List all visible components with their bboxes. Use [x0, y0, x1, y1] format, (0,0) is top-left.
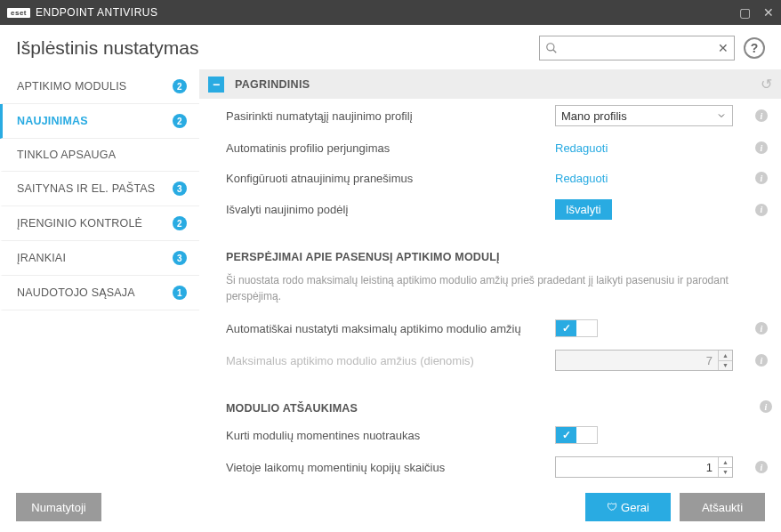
toggle-snapshots[interactable] — [555, 426, 598, 444]
search-box[interactable]: ✕ — [539, 36, 735, 60]
info-icon[interactable]: i — [755, 322, 768, 335]
clear-button[interactable]: Išvalyti — [555, 199, 612, 220]
sidebar-item-label: NAUJINIMAS — [17, 115, 173, 127]
edit-link[interactable]: Redaguoti — [555, 172, 608, 185]
row-label: Kurti modulių momentines nuotraukas — [226, 429, 555, 442]
sidebar-badge: 2 — [173, 216, 187, 230]
app-title: ENDPOINT ANTIVIRUS — [36, 6, 739, 19]
info-icon[interactable]: i — [755, 204, 768, 216]
row-label: Automatinis profilio perjungimas — [226, 141, 555, 155]
sidebar-item-label: NAUDOTOJO SĄSAJA — [17, 286, 173, 299]
row-select-profile: Pasirinkti numatytąjį naujinimo profilį … — [199, 99, 781, 133]
sidebar-item-ui[interactable]: NAUDOTOJO SĄSAJA 1 — [0, 276, 199, 310]
row-auto-switch: Automatinis profilio perjungimas Redaguo… — [199, 133, 781, 163]
profile-dropdown[interactable]: Mano profilis — [555, 105, 733, 126]
spinner-down-icon[interactable]: ▼ — [719, 468, 732, 478]
info-icon[interactable]: i — [755, 109, 768, 122]
default-button[interactable]: Numatytoji — [16, 493, 101, 521]
header: Išplėstinis nustatymas ✕ ? — [0, 25, 781, 69]
maximize-icon[interactable]: ▢ — [739, 5, 751, 20]
sidebar-item-web-email[interactable]: SAITYNAS IR EL. PAŠTAS 3 — [0, 172, 199, 206]
sidebar-item-label: APTIKIMO MODULIS — [17, 80, 173, 93]
row-label: Vietoje laikomų momentinių kopijų skaiči… — [226, 461, 555, 474]
info-icon[interactable]: i — [755, 461, 768, 473]
search-input[interactable] — [558, 42, 718, 55]
cancel-button[interactable]: Atšaukti — [680, 493, 765, 521]
row-config-notifications: Konfigūruoti atnaujinimų pranešimus Reda… — [199, 163, 781, 193]
reset-icon[interactable]: ↺ — [761, 76, 772, 93]
sidebar-item-update[interactable]: NAUJINIMAS 2 — [0, 104, 199, 139]
row-label: Maksimalus aptikimo modulio amžius (dien… — [226, 354, 555, 367]
collapse-icon[interactable]: − — [208, 77, 224, 93]
page-title: Išplėstinis nustatymas — [16, 37, 539, 59]
keep-count-input[interactable] — [556, 461, 718, 474]
sidebar-item-label: ĮRANKIAI — [17, 252, 173, 264]
shield-icon: 🛡 — [607, 501, 617, 513]
sidebar-badge: 2 — [173, 114, 187, 128]
sidebar-item-detection[interactable]: APTIKIMO MODULIS 2 — [0, 69, 199, 104]
row-label: Pasirinkti numatytąjį naujinimo profilį — [226, 109, 555, 123]
max-age-spinner: ▲▼ — [555, 350, 733, 371]
row-snapshots: Kurti modulių momentines nuotraukas — [199, 420, 781, 450]
chevron-down-icon — [716, 110, 727, 121]
row-label: Išvalyti naujinimo podėlį — [226, 203, 555, 216]
row-max-age: Maksimalus aptikimo modulio amžius (dien… — [199, 343, 781, 377]
toggle-auto-age[interactable] — [555, 319, 598, 337]
sidebar-badge: 2 — [173, 79, 187, 93]
sidebar-item-network[interactable]: TINKLO APSAUGA — [0, 139, 199, 172]
sidebar-item-label: SAITYNAS IR EL. PAŠTAS — [17, 182, 173, 195]
sidebar-item-tools[interactable]: ĮRANKIAI 3 — [0, 241, 199, 276]
sidebar-badge: 3 — [173, 181, 187, 196]
search-icon — [545, 42, 558, 54]
row-label: Automatiškai nustatyti maksimalų aptikim… — [226, 322, 555, 335]
row-auto-max-age: Automatiškai nustatyti maksimalų aptikim… — [199, 313, 781, 343]
content-pane: − PAGRINDINIS ↺ Pasirinkti numatytąjį na… — [199, 69, 781, 482]
dropdown-value: Mano profilis — [561, 109, 716, 123]
section-title-outdated: PERSPĖJIMAI APIE PASENUSĮ APTIKIMO MODUL… — [199, 242, 781, 269]
footer: Numatytoji 🛡Gerai Atšaukti — [0, 482, 781, 532]
section-header-main: − PAGRINDINIS ↺ — [199, 69, 781, 99]
info-icon[interactable]: i — [755, 172, 768, 184]
max-age-input — [556, 354, 718, 367]
section-desc: Ši nuostata rodo maksimalų leistiną apti… — [199, 269, 781, 313]
row-keep-count: Vietoje laikomų momentinių kopijų skaiči… — [199, 450, 781, 482]
sidebar-item-label: ĮRENGINIO KONTROLĖ — [17, 217, 173, 230]
titlebar: eset ENDPOINT ANTIVIRUS ▢ ✕ — [0, 0, 781, 25]
spinner-up-icon: ▲ — [719, 351, 732, 361]
svg-line-1 — [553, 50, 557, 53]
sidebar-badge: 3 — [173, 251, 187, 265]
help-button[interactable]: ? — [744, 37, 765, 59]
info-icon[interactable]: i — [760, 400, 772, 413]
sidebar: APTIKIMO MODULIS 2 NAUJINIMAS 2 TINKLO A… — [0, 69, 199, 482]
sidebar-item-label: TINKLO APSAUGA — [17, 149, 187, 161]
keep-count-spinner[interactable]: ▲▼ — [555, 456, 733, 478]
close-icon[interactable]: ✕ — [763, 5, 774, 20]
clear-icon[interactable]: ✕ — [718, 41, 729, 55]
section-title: PAGRINDINIS — [235, 78, 761, 91]
row-label: Konfigūruoti atnaujinimų pranešimus — [226, 172, 555, 185]
section-title-rollback: MODULIO ATŠAUKIMAS — [199, 393, 760, 420]
ok-button[interactable]: 🛡Gerai — [585, 493, 671, 521]
info-icon[interactable]: i — [755, 354, 768, 367]
edit-link[interactable]: Redaguoti — [555, 141, 608, 155]
svg-point-0 — [547, 44, 554, 51]
sidebar-item-device[interactable]: ĮRENGINIO KONTROLĖ 2 — [0, 206, 199, 241]
sidebar-badge: 1 — [173, 286, 187, 300]
row-clear-cache: Išvalyti naujinimo podėlį Išvalyti i — [199, 193, 781, 226]
spinner-down-icon: ▼ — [719, 361, 732, 371]
info-icon[interactable]: i — [755, 141, 768, 154]
spinner-up-icon[interactable]: ▲ — [719, 457, 732, 468]
brand-logo: eset — [7, 8, 30, 18]
